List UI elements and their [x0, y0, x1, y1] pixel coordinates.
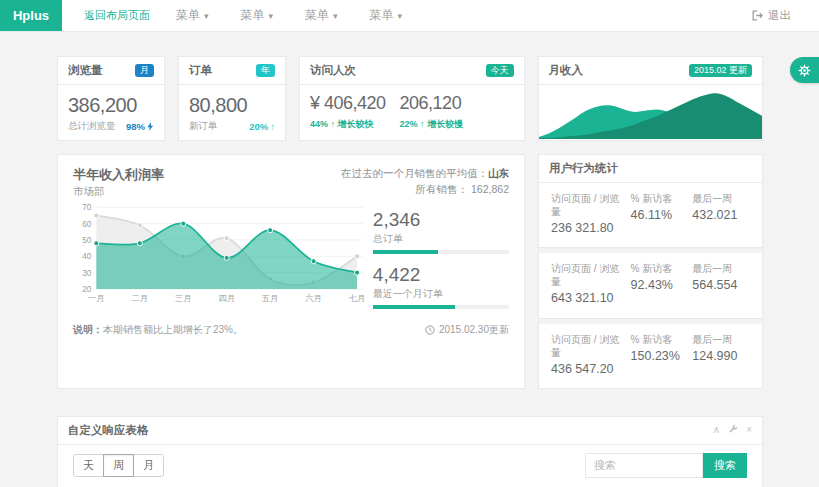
- arrow-up-icon: ↑: [331, 119, 336, 129]
- col-date: 日期: [544, 483, 677, 487]
- card-monthly-income: 月收入 2015.02 更新: [538, 56, 764, 141]
- nav-menu-4[interactable]: 菜单 ▾: [354, 0, 419, 31]
- period-badge: 年: [256, 64, 275, 77]
- card-income-title: 月收入: [549, 63, 584, 78]
- total-orders-progress: [373, 250, 509, 254]
- svg-text:一月: 一月: [88, 294, 105, 303]
- search-input[interactable]: [585, 453, 703, 478]
- col-progress: 进度: [412, 483, 474, 487]
- pages-views-value: 436 547.20: [551, 361, 625, 377]
- sales-note: 说明：本期销售额比上期增长了23%。: [73, 323, 243, 337]
- pages-views-value: 236 321.80: [551, 220, 625, 236]
- gear-icon: [798, 64, 811, 77]
- behavior-row: 访问页面 / 浏览量 236 321.80 % 新访客 46.11% 最后一周 …: [538, 183, 763, 248]
- svg-text:七月: 七月: [349, 294, 365, 303]
- sales-panel-title: 半年收入利润率: [73, 166, 164, 184]
- nav-menu-1[interactable]: 菜单 ▾: [160, 0, 225, 31]
- pages-views-label: 访问页面 / 浏览量: [551, 192, 625, 218]
- chevron-down-icon: ▾: [269, 11, 274, 21]
- theme-settings-button[interactable]: [790, 57, 819, 83]
- back-home-link[interactable]: 返回布局页面: [74, 0, 160, 31]
- clock-icon: [425, 325, 435, 335]
- card-views-title: 浏览量: [68, 63, 103, 78]
- collapse-icon[interactable]: ∧: [713, 425, 720, 435]
- last-week-value: 564.554: [692, 277, 750, 293]
- sales-profit-panel: 半年收入利润率 市场部 在过去的一个月销售的平均值：山东 所有销售： 162,8…: [57, 154, 525, 389]
- pages-views-label: 访问页面 / 浏览量: [551, 262, 625, 288]
- views-footer-label: 总计浏览量: [68, 120, 116, 133]
- total-sales-value: 162,862: [471, 183, 509, 195]
- new-visitors-value: 92.43%: [631, 277, 693, 293]
- col-action: 操作: [677, 483, 747, 487]
- chevron-down-icon: ▾: [398, 11, 403, 21]
- range-day-button[interactable]: 天: [73, 454, 104, 477]
- stat-cards-row: 浏览量 月 386,200 总计浏览量 98% 订单 年 80,800 新订单: [57, 56, 763, 141]
- new-visitors-label: % 新访客: [631, 262, 693, 275]
- behavior-row: 访问页面 / 浏览量 643 321.10 % 新访客 92.43% 最后一周 …: [538, 253, 763, 318]
- month-orders-label: 最近一个月订单: [373, 287, 509, 301]
- svg-text:30: 30: [82, 269, 92, 278]
- navbar-spacer: [418, 0, 738, 31]
- new-visitors-value: 150.23%: [631, 348, 693, 364]
- total-orders-value: 2,346: [373, 209, 509, 231]
- search-button[interactable]: 搜索: [703, 453, 747, 478]
- visits-sub-1: 44% ↑ 增长较快: [310, 118, 386, 131]
- period-badge: 今天: [486, 64, 514, 77]
- sales-updated: 2015.02.30更新: [425, 323, 509, 337]
- nav-menu-3[interactable]: 菜单 ▾: [289, 0, 354, 31]
- card-orders-title: 订单: [189, 63, 212, 78]
- col-task: 任务: [474, 483, 544, 487]
- sign-out-icon: [752, 10, 763, 21]
- chevron-down-icon: ▾: [333, 11, 338, 21]
- month-orders-progress: [373, 305, 509, 309]
- orders-footer-label: 新订单: [189, 120, 218, 133]
- user-behavior-panel: 用户行为统计 访问页面 / 浏览量 236 321.80 % 新访客 46.11…: [538, 154, 763, 389]
- visits-value-1: ¥ 406,420: [310, 93, 386, 115]
- last-week-value: 432.021: [692, 207, 750, 223]
- avg-sales-value: 山东: [488, 167, 509, 179]
- range-button-group: 天 周 月: [73, 454, 164, 477]
- period-badge: 月: [135, 64, 154, 77]
- col-project: 项目: [73, 483, 412, 487]
- projects-table: 项目 进度 任务 日期 操作 米莫说 | MiMO Show 20% 2014.…: [73, 483, 747, 487]
- visits-sub-2: 22% ↑ 增长较慢: [400, 118, 464, 131]
- table-panel-title: 自定义响应表格: [68, 423, 149, 438]
- svg-text:三月: 三月: [175, 294, 192, 303]
- wrench-icon[interactable]: [728, 424, 738, 436]
- orders-value: 80,800: [189, 93, 275, 117]
- svg-text:70: 70: [82, 203, 92, 212]
- range-week-button[interactable]: 周: [103, 454, 134, 477]
- svg-text:20: 20: [82, 285, 92, 294]
- total-orders-label: 总订单: [373, 232, 509, 246]
- level-up-icon: ↑: [270, 121, 275, 132]
- orders-footer-stat: 20%↑: [249, 121, 275, 132]
- svg-text:40: 40: [82, 252, 92, 261]
- last-week-value: 124.990: [692, 348, 750, 364]
- behavior-panel-title: 用户行为统计: [549, 161, 618, 176]
- new-visitors-label: % 新访客: [631, 192, 693, 205]
- halfyear-profit-chart: 203040506070一月二月三月四月五月六月七月: [73, 201, 365, 305]
- page-content: 浏览量 月 386,200 总计浏览量 98% 订单 年 80,800 新订单: [0, 32, 819, 487]
- total-sales-label: 所有销售：: [416, 183, 469, 195]
- card-visits-title: 访问人次: [310, 63, 356, 78]
- middle-row: 半年收入利润率 市场部 在过去的一个月销售的平均值：山东 所有销售： 162,8…: [57, 154, 763, 389]
- range-month-button[interactable]: 月: [133, 454, 164, 477]
- svg-text:50: 50: [82, 236, 92, 245]
- bolt-icon: [147, 122, 154, 131]
- new-visitors-label: % 新访客: [631, 333, 693, 346]
- logout-button[interactable]: 退出: [738, 0, 805, 31]
- views-footer-stat: 98%: [126, 121, 154, 132]
- brand-logo[interactable]: Hplus: [0, 0, 62, 31]
- card-visits: 访问人次 今天 ¥ 406,420 44% ↑ 增长较快 206,120 22%…: [299, 56, 525, 141]
- nav-menu-2[interactable]: 菜单 ▾: [225, 0, 290, 31]
- visits-value-2: 206,120: [400, 93, 464, 115]
- update-badge: 2015.02 更新: [689, 64, 752, 77]
- monthly-income-spark-chart: [539, 85, 763, 139]
- close-icon[interactable]: ×: [746, 425, 752, 435]
- behavior-row: 访问页面 / 浏览量 436 547.20 % 新访客 150.23% 最后一周…: [538, 324, 763, 389]
- last-week-label: 最后一周: [692, 192, 750, 205]
- last-week-label: 最后一周: [692, 262, 750, 275]
- svg-text:六月: 六月: [305, 294, 322, 303]
- card-orders: 订单 年 80,800 新订单 20%↑: [178, 56, 286, 141]
- pages-views-label: 访问页面 / 浏览量: [551, 333, 625, 359]
